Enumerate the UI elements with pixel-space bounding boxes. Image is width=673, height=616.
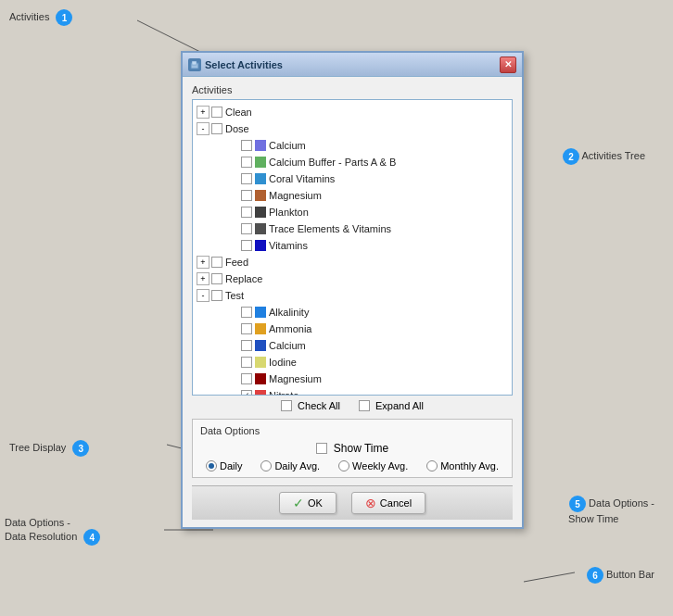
checkbox-calcium-test[interactable]	[241, 340, 252, 351]
radio-btn-weekly-avg[interactable]	[338, 460, 349, 471]
dialog-title: Select Activities	[205, 59, 283, 70]
checkbox-trace-elements[interactable]	[241, 223, 252, 234]
color-magnesium-dose	[255, 190, 266, 201]
dialog-body: Activities + Clean - Dose Calcium	[183, 77, 522, 527]
ok-label: OK	[308, 497, 323, 509]
tree-item-alkalinity[interactable]: Alkalinity	[193, 304, 512, 321]
activities-tree[interactable]: + Clean - Dose Calcium Calcium	[192, 99, 513, 396]
radio-btn-monthly-avg[interactable]	[426, 460, 438, 471]
checkbox-magnesium-test[interactable]	[241, 373, 252, 384]
show-time-checkbox[interactable]	[316, 443, 327, 454]
color-alkalinity	[255, 307, 266, 318]
cancel-icon: ⊗	[365, 496, 376, 510]
tree-item-calcium-test[interactable]: Calcium	[193, 337, 512, 354]
radio-btn-daily-avg[interactable]	[260, 460, 272, 471]
cancel-label: Cancel	[380, 497, 412, 509]
tree-item-test[interactable]: - Test	[193, 287, 512, 304]
tree-item-iodine[interactable]: Iodine	[193, 354, 512, 371]
expand-all-checkbox[interactable]	[359, 400, 370, 411]
data-options-title: Data Options	[200, 425, 504, 436]
dialog-icon-svg	[190, 60, 199, 69]
expand-clean[interactable]: +	[197, 106, 210, 119]
tree-controls: Check All Expand All	[192, 400, 513, 411]
expand-dose[interactable]: -	[197, 122, 210, 135]
checkbox-clean[interactable]	[211, 107, 222, 118]
badge-5: 5	[569, 496, 586, 512]
checkbox-ammonia[interactable]	[241, 323, 252, 334]
tree-item-magnesium-dose[interactable]: Magnesium	[193, 187, 512, 204]
check-all-checkbox[interactable]	[281, 400, 292, 411]
expand-all-control[interactable]: Expand All	[359, 400, 424, 411]
tree-item-dose[interactable]: - Dose	[193, 120, 512, 137]
tree-item-ammonia[interactable]: Ammonia	[193, 321, 512, 337]
radio-btn-daily[interactable]	[206, 460, 217, 471]
close-button[interactable]: ✕	[500, 57, 516, 73]
check-all-control[interactable]: Check All	[281, 400, 340, 411]
tree-item-plankton[interactable]: Plankton	[193, 204, 512, 220]
checkbox-test[interactable]	[211, 290, 222, 301]
color-magnesium-test	[255, 373, 266, 384]
button-bar: ✓ OK ⊗ Cancel	[192, 485, 513, 520]
color-calcium-dose	[255, 140, 266, 151]
tree-item-replace[interactable]: + Replace	[193, 270, 512, 287]
color-coral-vitamins	[255, 173, 266, 184]
cancel-button[interactable]: ⊗ Cancel	[351, 492, 425, 514]
tree-item-calcium-buffer[interactable]: Calcium Buffer - Parts A & B	[193, 154, 512, 170]
tree-item-nitrate[interactable]: Nitrate	[193, 387, 512, 396]
show-time-label: Show Time	[334, 442, 388, 455]
activities-label: Activities	[192, 84, 513, 95]
dialog: Select Activities ✕ Activities + Clean -…	[181, 51, 524, 529]
tree-item-coral-vitamins[interactable]: Coral Vitamins	[193, 170, 512, 187]
annotation-2: 2 Activities Tree	[559, 148, 645, 165]
color-nitrate	[255, 390, 266, 396]
color-plankton	[255, 207, 266, 218]
badge-1: 1	[56, 9, 72, 26]
tree-item-calcium-dose[interactable]: Calcium	[193, 137, 512, 154]
badge-4: 4	[83, 529, 100, 546]
radio-daily[interactable]: Daily	[206, 460, 242, 471]
radio-weekly-avg[interactable]: Weekly Avg.	[338, 460, 408, 471]
checkbox-coral-vitamins[interactable]	[241, 173, 252, 184]
tree-item-clean[interactable]: + Clean	[193, 104, 512, 120]
color-ammonia	[255, 323, 266, 334]
checkbox-plankton[interactable]	[241, 207, 252, 218]
badge-3: 3	[72, 440, 89, 457]
annotation-5: 5 Data Options - Show Time	[565, 496, 654, 525]
title-bar-left: Select Activities	[188, 58, 283, 71]
tree-item-feed[interactable]: + Feed	[193, 254, 512, 270]
color-trace-elements	[255, 223, 266, 234]
color-calcium-buffer	[255, 157, 266, 168]
ok-button[interactable]: ✓ OK	[279, 492, 336, 514]
dialog-icon	[188, 58, 201, 71]
checkbox-vitamins[interactable]	[241, 240, 252, 251]
checkbox-dose[interactable]	[211, 123, 222, 134]
ok-icon: ✓	[293, 496, 304, 510]
checkbox-magnesium-dose[interactable]	[241, 190, 252, 201]
annotation-1: Activities 1	[9, 9, 72, 26]
radio-monthly-avg[interactable]: Monthly Avg.	[426, 460, 499, 471]
color-calcium-test	[255, 340, 266, 351]
annotation-4: Data Options -Data Resolution 4	[5, 516, 100, 546]
resolution-radio-group: Daily Daily Avg. Weekly Avg. Monthly Avg…	[200, 460, 504, 471]
tree-item-magnesium-test[interactable]: Magnesium	[193, 371, 512, 387]
badge-6: 6	[587, 567, 603, 584]
checkbox-feed[interactable]	[211, 257, 222, 268]
checkbox-calcium-dose[interactable]	[241, 140, 252, 151]
annotation-3: Tree Display 3	[9, 440, 89, 457]
svg-rect-7	[192, 61, 197, 65]
radio-daily-avg[interactable]: Daily Avg.	[260, 460, 320, 471]
checkbox-nitrate[interactable]	[241, 390, 252, 396]
tree-item-trace-elements[interactable]: Trace Elements & Vitamins	[193, 220, 512, 237]
data-options-section: Data Options Show Time Daily Daily Avg.	[192, 419, 513, 478]
checkbox-calcium-buffer[interactable]	[241, 157, 252, 168]
expand-replace[interactable]: +	[197, 272, 210, 285]
checkbox-replace[interactable]	[211, 273, 222, 284]
badge-2: 2	[563, 148, 579, 165]
title-bar: Select Activities ✕	[183, 53, 522, 77]
checkbox-iodine[interactable]	[241, 357, 252, 368]
show-time-row: Show Time	[200, 442, 504, 455]
tree-item-vitamins[interactable]: Vitamins	[193, 237, 512, 254]
checkbox-alkalinity[interactable]	[241, 307, 252, 318]
expand-feed[interactable]: +	[197, 256, 210, 269]
expand-test[interactable]: -	[197, 289, 210, 302]
